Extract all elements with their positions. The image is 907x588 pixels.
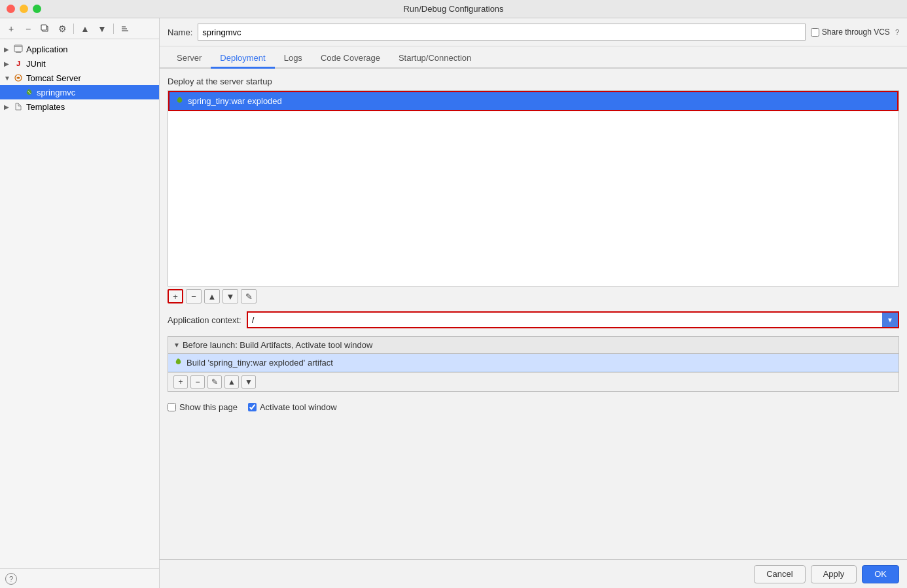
sidebar-item-application[interactable]: ▶ Application xyxy=(0,42,159,56)
move-up-button[interactable]: ▲ xyxy=(78,22,92,36)
apply-button[interactable]: Apply xyxy=(811,565,857,583)
sidebar-toolbar: + − ⚙ ▲ ▼ xyxy=(0,18,159,39)
name-input[interactable] xyxy=(198,24,806,41)
deployment-tab-content: Deploy at the server startup spring_tiny… xyxy=(160,69,907,559)
edit-before-launch-button[interactable]: ✎ xyxy=(207,375,222,389)
deploy-list-toolbar: + − ▲ ▼ ✎ xyxy=(168,286,899,306)
springmvc-icon xyxy=(24,87,34,97)
help-button[interactable]: ? xyxy=(5,573,17,585)
name-label: Name: xyxy=(168,27,192,37)
sidebar: + − ⚙ ▲ ▼ xyxy=(0,18,160,588)
down-before-launch-button[interactable]: ▼ xyxy=(241,375,256,389)
before-launch-item-build[interactable]: Build 'spring_tiny:war exploded' artifac… xyxy=(168,354,898,372)
app-context-dropdown-button[interactable]: ▾ xyxy=(882,313,898,327)
share-help-icon[interactable]: ? xyxy=(895,28,899,36)
before-launch-toolbar: + − ✎ ▲ ▼ xyxy=(168,372,898,391)
activate-tool-window-checkbox[interactable] xyxy=(248,403,257,411)
sidebar-item-springmvc[interactable]: springmvc xyxy=(0,85,159,99)
tab-logs[interactable]: Logs xyxy=(275,49,311,69)
remove-config-button[interactable]: − xyxy=(21,22,35,36)
tab-startup-connection[interactable]: Startup/Connection xyxy=(389,49,480,69)
remove-deploy-button[interactable]: − xyxy=(186,289,202,303)
tab-server[interactable]: Server xyxy=(168,49,211,69)
sidebar-item-label-springmvc: springmvc xyxy=(37,88,75,97)
svg-rect-5 xyxy=(14,45,22,52)
ok-button[interactable]: OK xyxy=(862,565,899,583)
tree-arrow-junit: ▶ xyxy=(4,60,13,67)
templates-icon xyxy=(13,101,24,112)
tab-code-coverage[interactable]: Code Coverage xyxy=(311,49,389,69)
deploy-section-label: Deploy at the server startup xyxy=(168,77,899,86)
app-context-row: Application context: ▾ xyxy=(168,311,899,328)
add-config-button[interactable]: + xyxy=(4,22,18,36)
settings-button[interactable]: ⚙ xyxy=(55,22,69,36)
tree-arrow-templates: ▶ xyxy=(4,103,13,111)
edit-deploy-button[interactable]: ✎ xyxy=(241,289,257,303)
sidebar-item-templates[interactable]: ▶ Templates xyxy=(0,99,159,114)
toolbar-divider xyxy=(73,24,74,34)
share-vcs-label: Share through VCS xyxy=(822,27,890,37)
window-controls xyxy=(7,5,41,13)
share-vcs-option: Share through VCS xyxy=(811,27,890,37)
show-page-checkbox[interactable] xyxy=(168,403,176,411)
app-context-input[interactable] xyxy=(248,313,882,327)
options-row: Show this page Activate tool window xyxy=(168,398,899,416)
sidebar-item-label-templates: Templates xyxy=(26,102,65,112)
before-launch-arrow-icon: ▼ xyxy=(173,341,180,349)
share-vcs-checkbox[interactable] xyxy=(811,28,819,37)
junit-icon: J xyxy=(13,58,24,69)
before-launch-title: Before launch: Build Artifacts, Activate… xyxy=(183,340,373,350)
before-launch-header[interactable]: ▼ Before launch: Build Artifacts, Activa… xyxy=(168,337,898,354)
application-icon xyxy=(13,44,24,54)
sidebar-item-junit[interactable]: ▶ J JUnit xyxy=(0,56,159,71)
close-button[interactable] xyxy=(7,5,15,13)
minimize-button[interactable] xyxy=(20,5,28,13)
main-layout: + − ⚙ ▲ ▼ xyxy=(0,18,907,588)
deploy-item-icon xyxy=(175,95,184,107)
toolbar-divider-2 xyxy=(113,24,114,34)
copy-config-button[interactable] xyxy=(38,22,52,36)
show-page-label: Show this page xyxy=(179,402,238,412)
before-launch-item-icon xyxy=(173,357,183,368)
sidebar-item-tomcat[interactable]: ▼ Tomcat Server xyxy=(0,71,159,85)
deploy-list: spring_tiny:war exploded xyxy=(168,90,899,286)
deploy-item-spring-tiny[interactable]: spring_tiny:war exploded xyxy=(168,91,898,111)
before-launch-item-label: Build 'spring_tiny:war exploded' artifac… xyxy=(187,358,333,368)
up-before-launch-button[interactable]: ▲ xyxy=(224,375,239,389)
cancel-button[interactable]: Cancel xyxy=(754,565,805,583)
sidebar-footer: ? xyxy=(0,568,159,588)
activate-tool-window-label: Activate tool window xyxy=(260,402,337,412)
show-page-option: Show this page xyxy=(168,402,238,412)
sidebar-item-label-tomcat: Tomcat Server xyxy=(26,73,81,83)
titlebar: Run/Debug Configurations xyxy=(0,0,907,18)
tab-deployment[interactable]: Deployment xyxy=(211,49,274,69)
sidebar-item-label-junit: JUnit xyxy=(26,59,46,69)
before-launch-section: ▼ Before launch: Build Artifacts, Activa… xyxy=(168,336,899,392)
maximize-button[interactable] xyxy=(33,5,41,13)
svg-rect-1 xyxy=(41,25,46,30)
content-panel: Name: Share through VCS ? Server Deploym… xyxy=(160,18,907,588)
remove-before-launch-button[interactable]: − xyxy=(190,375,205,389)
window-title: Run/Debug Configurations xyxy=(403,4,503,14)
move-down-button[interactable]: ▼ xyxy=(95,22,109,36)
add-before-launch-button[interactable]: + xyxy=(173,375,188,389)
add-deploy-button[interactable]: + xyxy=(168,289,183,303)
sidebar-item-label-application: Application xyxy=(26,44,68,54)
name-bar: Name: Share through VCS ? xyxy=(160,18,907,46)
tabs-bar: Server Deployment Logs Code Coverage Sta… xyxy=(160,46,907,69)
app-context-input-wrapper: ▾ xyxy=(247,311,899,328)
move-deploy-down-button[interactable]: ▼ xyxy=(222,289,238,303)
sidebar-tree: ▶ Application ▶ J JUnit ▼ xyxy=(0,39,159,568)
tree-arrow-tomcat: ▼ xyxy=(4,75,13,82)
move-deploy-up-button[interactable]: ▲ xyxy=(204,289,220,303)
deploy-item-label: spring_tiny:war exploded xyxy=(188,96,282,106)
tree-arrow-application: ▶ xyxy=(4,46,13,53)
activate-tool-window-option: Activate tool window xyxy=(248,402,337,412)
sort-button[interactable] xyxy=(118,22,132,36)
bottom-bar: Cancel Apply OK xyxy=(160,559,907,588)
app-context-label: Application context: xyxy=(168,315,241,325)
svg-rect-7 xyxy=(16,52,21,53)
tomcat-icon xyxy=(13,73,24,83)
